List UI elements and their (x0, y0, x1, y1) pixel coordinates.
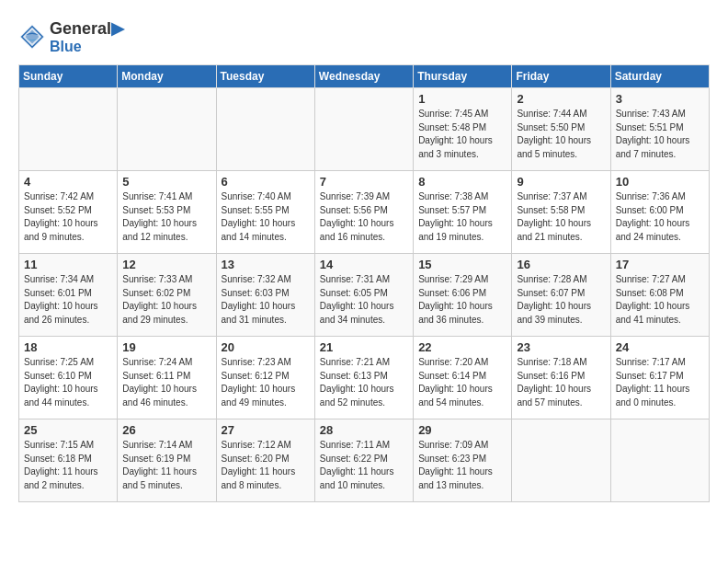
day-cell: 7Sunrise: 7:39 AM Sunset: 5:56 PM Daylig… (314, 171, 413, 254)
day-number: 22 (418, 340, 506, 354)
day-info: Sunrise: 7:42 AM Sunset: 5:52 PM Dayligh… (24, 190, 112, 244)
day-number: 9 (517, 175, 605, 189)
day-info: Sunrise: 7:17 AM Sunset: 6:17 PM Dayligh… (616, 356, 704, 409)
day-info: Sunrise: 7:23 AM Sunset: 6:12 PM Dayligh… (222, 356, 310, 409)
day-cell: 28Sunrise: 7:11 AM Sunset: 6:22 PM Dayli… (314, 419, 413, 502)
day-number: 29 (418, 423, 506, 437)
day-number: 10 (616, 175, 704, 189)
day-number: 24 (616, 340, 704, 354)
day-info: Sunrise: 7:21 AM Sunset: 6:13 PM Dayligh… (320, 356, 408, 409)
day-number: 16 (517, 258, 605, 271)
day-info: Sunrise: 7:31 AM Sunset: 6:05 PM Dayligh… (320, 273, 408, 327)
day-number: 2 (517, 92, 605, 106)
day-cell: 1Sunrise: 7:45 AM Sunset: 5:48 PM Daylig… (414, 88, 512, 171)
page-header: General▶ Blue (18, 18, 710, 55)
column-headers: SundayMondayTuesdayWednesdayThursdayFrid… (19, 65, 710, 88)
logo: General▶ Blue (18, 18, 124, 55)
day-cell: 18Sunrise: 7:25 AM Sunset: 6:10 PM Dayli… (19, 337, 118, 419)
col-header-tuesday: Tuesday (216, 65, 314, 88)
day-number: 3 (616, 92, 704, 106)
day-number: 26 (122, 423, 210, 437)
col-header-sunday: Sunday (19, 65, 118, 88)
day-info: Sunrise: 7:09 AM Sunset: 6:23 PM Dayligh… (418, 439, 506, 492)
day-info: Sunrise: 7:11 AM Sunset: 6:22 PM Dayligh… (320, 439, 408, 492)
day-cell (216, 88, 314, 171)
day-number: 4 (24, 175, 112, 189)
day-info: Sunrise: 7:18 AM Sunset: 6:16 PM Dayligh… (517, 356, 605, 409)
week-row-1: 1Sunrise: 7:45 AM Sunset: 5:48 PM Daylig… (19, 88, 710, 171)
day-cell: 21Sunrise: 7:21 AM Sunset: 6:13 PM Dayli… (314, 337, 413, 419)
day-cell (610, 419, 709, 502)
day-number: 11 (24, 258, 112, 271)
col-header-monday: Monday (118, 65, 216, 88)
day-number: 5 (122, 175, 210, 189)
day-number: 12 (122, 258, 210, 271)
day-info: Sunrise: 7:36 AM Sunset: 6:00 PM Dayligh… (616, 190, 704, 244)
day-cell: 16Sunrise: 7:28 AM Sunset: 6:07 PM Dayli… (512, 254, 610, 337)
day-info: Sunrise: 7:45 AM Sunset: 5:48 PM Dayligh… (418, 108, 506, 161)
day-cell (314, 88, 413, 171)
day-cell: 26Sunrise: 7:14 AM Sunset: 6:19 PM Dayli… (118, 419, 216, 502)
day-info: Sunrise: 7:14 AM Sunset: 6:19 PM Dayligh… (122, 439, 210, 492)
day-info: Sunrise: 7:41 AM Sunset: 5:53 PM Dayligh… (122, 190, 210, 244)
day-cell (118, 88, 216, 171)
day-info: Sunrise: 7:43 AM Sunset: 5:51 PM Dayligh… (616, 108, 704, 161)
day-cell: 5Sunrise: 7:41 AM Sunset: 5:53 PM Daylig… (118, 171, 216, 254)
week-row-4: 18Sunrise: 7:25 AM Sunset: 6:10 PM Dayli… (19, 337, 710, 419)
day-number: 23 (517, 340, 605, 354)
day-cell: 22Sunrise: 7:20 AM Sunset: 6:14 PM Dayli… (414, 337, 512, 419)
col-header-saturday: Saturday (610, 65, 709, 88)
day-cell: 17Sunrise: 7:27 AM Sunset: 6:08 PM Dayli… (610, 254, 709, 337)
day-cell: 29Sunrise: 7:09 AM Sunset: 6:23 PM Dayli… (414, 419, 512, 502)
day-number: 28 (320, 423, 408, 437)
day-info: Sunrise: 7:39 AM Sunset: 5:56 PM Dayligh… (320, 190, 408, 244)
day-info: Sunrise: 7:38 AM Sunset: 5:57 PM Dayligh… (418, 190, 506, 244)
day-cell: 10Sunrise: 7:36 AM Sunset: 6:00 PM Dayli… (610, 171, 709, 254)
day-number: 15 (418, 258, 506, 271)
day-number: 27 (222, 423, 310, 437)
day-cell: 2Sunrise: 7:44 AM Sunset: 5:50 PM Daylig… (512, 88, 610, 171)
day-number: 21 (320, 340, 408, 354)
day-number: 25 (24, 423, 112, 437)
day-cell: 19Sunrise: 7:24 AM Sunset: 6:11 PM Dayli… (118, 337, 216, 419)
day-info: Sunrise: 7:24 AM Sunset: 6:11 PM Dayligh… (122, 356, 210, 409)
day-info: Sunrise: 7:40 AM Sunset: 5:55 PM Dayligh… (222, 190, 310, 244)
day-cell: 23Sunrise: 7:18 AM Sunset: 6:16 PM Dayli… (512, 337, 610, 419)
week-row-2: 4Sunrise: 7:42 AM Sunset: 5:52 PM Daylig… (19, 171, 710, 254)
day-number: 1 (418, 92, 506, 106)
day-number: 7 (320, 175, 408, 189)
day-number: 20 (222, 340, 310, 354)
col-header-wednesday: Wednesday (314, 65, 413, 88)
day-info: Sunrise: 7:32 AM Sunset: 6:03 PM Dayligh… (222, 273, 310, 327)
day-cell: 9Sunrise: 7:37 AM Sunset: 5:58 PM Daylig… (512, 171, 610, 254)
day-info: Sunrise: 7:25 AM Sunset: 6:10 PM Dayligh… (24, 356, 112, 409)
day-info: Sunrise: 7:34 AM Sunset: 6:01 PM Dayligh… (24, 273, 112, 327)
day-cell: 3Sunrise: 7:43 AM Sunset: 5:51 PM Daylig… (610, 88, 709, 171)
day-cell: 4Sunrise: 7:42 AM Sunset: 5:52 PM Daylig… (19, 171, 118, 254)
day-number: 8 (418, 175, 506, 189)
day-cell: 12Sunrise: 7:33 AM Sunset: 6:02 PM Dayli… (118, 254, 216, 337)
day-cell: 24Sunrise: 7:17 AM Sunset: 6:17 PM Dayli… (610, 337, 709, 419)
day-info: Sunrise: 7:33 AM Sunset: 6:02 PM Dayligh… (122, 273, 210, 327)
col-header-friday: Friday (512, 65, 610, 88)
week-row-5: 25Sunrise: 7:15 AM Sunset: 6:18 PM Dayli… (19, 419, 710, 502)
day-info: Sunrise: 7:12 AM Sunset: 6:20 PM Dayligh… (222, 439, 310, 492)
logo-icon (18, 23, 46, 51)
day-cell: 13Sunrise: 7:32 AM Sunset: 6:03 PM Dayli… (216, 254, 314, 337)
day-info: Sunrise: 7:20 AM Sunset: 6:14 PM Dayligh… (418, 356, 506, 409)
day-cell: 20Sunrise: 7:23 AM Sunset: 6:12 PM Dayli… (216, 337, 314, 419)
day-cell (512, 419, 610, 502)
day-info: Sunrise: 7:29 AM Sunset: 6:06 PM Dayligh… (418, 273, 506, 327)
day-number: 13 (222, 258, 310, 271)
day-cell (19, 88, 118, 171)
day-cell: 25Sunrise: 7:15 AM Sunset: 6:18 PM Dayli… (19, 419, 118, 502)
day-number: 18 (24, 340, 112, 354)
day-number: 14 (320, 258, 408, 271)
day-cell: 27Sunrise: 7:12 AM Sunset: 6:20 PM Dayli… (216, 419, 314, 502)
week-row-3: 11Sunrise: 7:34 AM Sunset: 6:01 PM Dayli… (19, 254, 710, 337)
day-cell: 14Sunrise: 7:31 AM Sunset: 6:05 PM Dayli… (314, 254, 413, 337)
day-info: Sunrise: 7:15 AM Sunset: 6:18 PM Dayligh… (24, 439, 112, 492)
day-info: Sunrise: 7:44 AM Sunset: 5:50 PM Dayligh… (517, 108, 605, 161)
col-header-thursday: Thursday (414, 65, 512, 88)
day-number: 6 (222, 175, 310, 189)
